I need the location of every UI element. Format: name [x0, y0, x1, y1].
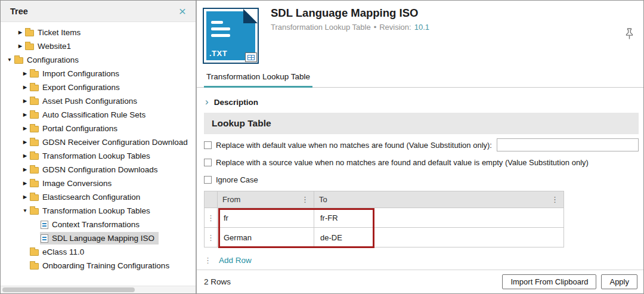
folder-icon	[25, 44, 34, 50]
tree-item-label: Configurations	[27, 55, 79, 64]
folder-icon	[30, 85, 39, 91]
expand-arrow-icon[interactable]	[16, 30, 24, 35]
collapse-arrow-icon[interactable]	[5, 57, 14, 63]
expand-arrow-icon[interactable]	[21, 126, 29, 131]
bullet-separator: •	[374, 23, 377, 32]
folder-icon	[25, 30, 34, 36]
tab-transformation-lookup-table[interactable]: Transformation Lookup Table	[204, 66, 312, 88]
app-window: Tree × Ticket Items Website1 Configurati…	[0, 0, 644, 294]
tree-item-export-configurations[interactable]: Export Configurations	[1, 81, 196, 94]
ignore-case-checkbox[interactable]	[204, 176, 212, 184]
import-from-clipboard-button[interactable]: Import From Clipboard	[502, 274, 596, 289]
tree-item-label: Asset Push Configurations	[42, 97, 137, 106]
folder-icon	[30, 208, 39, 215]
tree-item-label: Export Configurations	[42, 83, 120, 92]
tree-item-configurations[interactable]: Configurations	[1, 53, 196, 67]
folder-icon	[30, 194, 39, 201]
lookup-table-section-title: Lookup Table	[204, 113, 639, 134]
tree-item-eclass-11-0[interactable]: eClass 11.0	[1, 245, 196, 259]
tree-item-auto-classification-rule-sets[interactable]: Auto Classification Rule Sets	[1, 108, 196, 122]
description-section-label: Description	[214, 98, 258, 107]
page-fold-flap-icon	[243, 9, 258, 23]
tree-list: Ticket Items Website1 Configurations Imp…	[1, 22, 196, 293]
rows-count-label: 2 Rows	[204, 277, 231, 286]
tree-item-portal-configurations[interactable]: Portal Configurations	[1, 122, 196, 135]
expand-arrow-icon[interactable]	[21, 181, 29, 186]
expand-arrow-icon[interactable]	[21, 71, 29, 76]
pin-icon[interactable]	[625, 28, 634, 42]
folder-icon	[14, 57, 23, 64]
source-value-label: Replace with a source value when no matc…	[216, 158, 589, 167]
default-value-checkbox[interactable]	[204, 141, 212, 149]
tree-item-label: Elasticsearch Configuration	[42, 193, 140, 202]
tree-item-label: GDSN Receiver Configuration Download	[42, 138, 188, 147]
add-row-link[interactable]: Add Row	[219, 256, 252, 265]
column-header-to[interactable]: To ⋮	[314, 191, 564, 208]
column-header-label: From	[222, 195, 240, 204]
tree-item-ticket-items[interactable]: Ticket Items	[1, 26, 196, 39]
document-icon	[41, 234, 48, 243]
cell-from[interactable]: fr	[218, 208, 314, 228]
expand-arrow-icon[interactable]	[21, 85, 29, 90]
tree-item-onboarding-training-configurations[interactable]: Onboarding Training Configurations	[1, 259, 196, 273]
folder-icon	[30, 112, 39, 119]
tree-item-label: Context Transformations	[52, 220, 140, 229]
option-row-ignore-case: Ignore Case	[204, 173, 639, 186]
expand-arrow-icon[interactable]	[21, 112, 29, 117]
apply-button[interactable]: Apply	[601, 274, 637, 289]
description-section-header[interactable]: › Description	[204, 91, 639, 113]
chevron-right-icon[interactable]: ›	[205, 97, 209, 107]
expand-arrow-icon[interactable]	[16, 44, 24, 49]
tree-item-label: GDSN Configuration Downloads	[42, 165, 158, 174]
expand-arrow-icon[interactable]	[21, 153, 29, 159]
table-badge-icon	[245, 52, 257, 62]
tree-item-gdsn-configuration-downloads[interactable]: GDSN Configuration Downloads	[1, 163, 196, 177]
tree-item-website1[interactable]: Website1	[1, 39, 196, 53]
expand-arrow-icon[interactable]	[21, 194, 29, 200]
tree-item-transformation-lookup-tables-expanded[interactable]: Transformation Lookup Tables	[1, 204, 196, 218]
cell-from[interactable]: German	[218, 228, 314, 247]
file-icon-line	[211, 27, 230, 30]
row-drag-handle-icon[interactable]: ⋮	[205, 228, 218, 247]
ignore-case-label: Ignore Case	[216, 175, 258, 184]
expand-arrow-icon[interactable]	[21, 98, 29, 104]
folder-icon	[30, 167, 39, 174]
source-value-checkbox[interactable]	[204, 159, 212, 166]
tree-panel-header: Tree ×	[1, 1, 196, 22]
tree-panel-title: Tree	[10, 7, 28, 16]
collapse-arrow-icon[interactable]	[21, 208, 29, 213]
tree-horizontal-scrollbar[interactable]	[1, 286, 196, 293]
object-type-label: Transformation Lookup Table	[271, 23, 371, 32]
expand-arrow-icon[interactable]	[21, 140, 29, 145]
page-title: SDL Language Mapping ISO	[271, 7, 418, 20]
add-row-area: ⋮ Add Row	[204, 256, 636, 265]
tree-item-image-conversions[interactable]: Image Conversions	[1, 177, 196, 190]
column-header-from[interactable]: From ⋮	[218, 191, 314, 208]
tree-item-asset-push-configurations[interactable]: Asset Push Configurations	[1, 94, 196, 108]
close-icon[interactable]: ×	[179, 5, 186, 17]
tree-item-context-transformations[interactable]: Context Transformations	[1, 218, 196, 231]
row-drag-handle-icon[interactable]: ⋮	[205, 208, 218, 228]
cell-to[interactable]: de-DE	[314, 228, 564, 247]
tree-item-sdl-language-mapping-iso[interactable]: SDL Language Mapping ISO	[1, 231, 196, 245]
tree-item-elasticsearch-configuration[interactable]: Elasticsearch Configuration	[1, 190, 196, 204]
table-row[interactable]: ⋮ fr fr-FR	[205, 208, 564, 228]
table-row[interactable]: ⋮ German de-DE	[205, 228, 564, 247]
tree-item-label: Auto Classification Rule Sets	[42, 110, 145, 119]
tree-item-gdsn-receiver-configuration-download[interactable]: GDSN Receiver Configuration Download	[1, 135, 196, 149]
tab-bar: Transformation Lookup Table	[197, 66, 643, 88]
folder-icon	[30, 263, 39, 270]
row-handle-header-cell	[205, 191, 218, 208]
footer-bar: 2 Rows Import From Clipboard Apply	[197, 270, 643, 293]
tree-item-label: Onboarding Training Configurations	[42, 261, 169, 270]
scrollbar-thumb[interactable]	[2, 287, 135, 292]
default-value-input[interactable]	[497, 138, 639, 151]
folder-icon	[30, 140, 39, 146]
expand-arrow-icon[interactable]	[21, 167, 29, 172]
column-menu-icon[interactable]: ⋮	[301, 195, 309, 204]
tree-item-transformation-lookup-tables[interactable]: Transformation Lookup Tables	[1, 149, 196, 163]
tree-item-label: eClass 11.0	[42, 247, 84, 256]
cell-to[interactable]: fr-FR	[314, 208, 564, 228]
tree-item-import-configurations[interactable]: Import Configurations	[1, 67, 196, 81]
column-menu-icon[interactable]: ⋮	[551, 195, 559, 204]
